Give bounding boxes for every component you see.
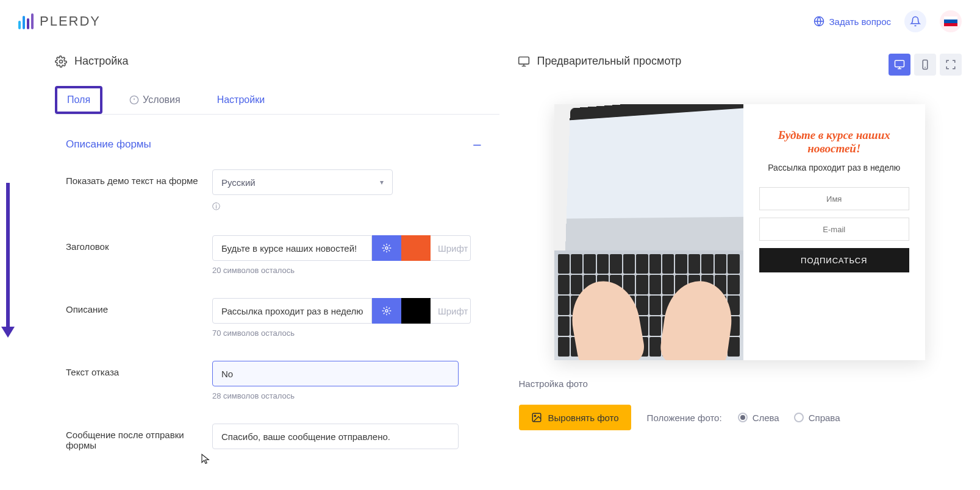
- mobile-icon: [920, 59, 931, 70]
- title-input[interactable]: [212, 235, 372, 261]
- reject-label: Текст отказа: [66, 361, 212, 377]
- svg-rect-5: [518, 57, 529, 64]
- preview-desktop-button[interactable]: [889, 54, 910, 76]
- accordion-form-description[interactable]: Описание формы –: [55, 133, 499, 165]
- svg-rect-6: [895, 60, 904, 67]
- title-color-swatch[interactable]: [401, 235, 431, 261]
- tab-conditions[interactable]: Условия: [120, 86, 190, 114]
- collapse-icon: –: [473, 137, 481, 152]
- svg-point-9: [534, 415, 535, 416]
- language-button[interactable]: [940, 10, 962, 32]
- preview-title: Предварительный просмотр: [537, 55, 682, 68]
- reject-counter: 28 символов осталось: [212, 391, 499, 400]
- preview-fullscreen-button[interactable]: [940, 54, 962, 76]
- gear-icon: [55, 55, 67, 68]
- chevron-down-icon: ▾: [380, 178, 384, 186]
- notifications-button[interactable]: [904, 10, 926, 32]
- title-settings-button[interactable]: [372, 235, 401, 261]
- photo-pos-left[interactable]: Слева: [738, 413, 779, 423]
- svg-point-1: [60, 60, 63, 63]
- ru-flag-icon: [944, 16, 957, 26]
- info-icon: [129, 95, 139, 105]
- expand-icon: [945, 59, 956, 70]
- gear-icon: [382, 306, 392, 316]
- desc-counter: 70 символов осталось: [212, 328, 499, 338]
- demo-text-label: Показать демо текст на форме: [66, 169, 212, 186]
- title-font-select[interactable]: Шрифт: [431, 235, 471, 261]
- radio-icon: [794, 413, 804, 422]
- logo-bars-icon: [18, 13, 34, 29]
- ask-question-label: Задать вопрос: [829, 16, 891, 27]
- cursor-icon: [200, 452, 211, 466]
- settings-title: Настройка: [74, 55, 129, 68]
- popup-desc: Рассылка проходит раз в неделю: [759, 163, 910, 172]
- brand-logo[interactable]: PLERDY: [18, 13, 101, 29]
- title-label: Заголовок: [66, 235, 212, 252]
- photo-settings-title: Настройка фото: [519, 378, 962, 389]
- preview-popup: Будьте в курсе наших новостей! Рассылка …: [554, 104, 926, 360]
- popup-submit-button[interactable]: ПОДПИСАТЬСЯ: [759, 248, 910, 272]
- title-counter: 20 символов осталось: [212, 266, 499, 275]
- preview-image: [554, 104, 743, 360]
- preview-mobile-button[interactable]: [914, 54, 936, 76]
- popup-name-input[interactable]: [759, 187, 910, 210]
- desc-label: Описание: [66, 298, 212, 314]
- desc-font-select[interactable]: Шрифт: [431, 298, 471, 324]
- globe-icon: [814, 16, 824, 27]
- reject-input[interactable]: [212, 361, 459, 386]
- tab-fields[interactable]: Поля: [55, 86, 102, 114]
- popup-email-input[interactable]: [759, 218, 910, 241]
- desktop-icon: [518, 55, 530, 68]
- popup-title: Будьте в курсе наших новостей!: [759, 129, 910, 155]
- desc-settings-button[interactable]: [372, 298, 401, 324]
- svg-point-3: [385, 247, 388, 249]
- photo-position-label: Положение фото:: [647, 413, 722, 423]
- align-photo-button[interactable]: Выровнять фото: [519, 405, 631, 430]
- help-icon[interactable]: ⓘ: [212, 201, 499, 212]
- accordion-title: Описание формы: [66, 138, 151, 151]
- tab-settings[interactable]: Настройки: [207, 86, 274, 114]
- sent-input[interactable]: [212, 424, 459, 449]
- desc-input[interactable]: [212, 298, 372, 324]
- desc-color-swatch[interactable]: [401, 298, 431, 324]
- monitor-icon: [894, 59, 905, 70]
- ask-question-link[interactable]: Задать вопрос: [814, 16, 891, 27]
- annotation-arrow-icon: [6, 183, 10, 329]
- brand-name: PLERDY: [40, 13, 101, 29]
- sent-label: Сообщение после отправки формы: [66, 424, 212, 450]
- gear-icon: [382, 243, 392, 253]
- bell-icon: [910, 16, 921, 27]
- demo-text-value: Русский: [221, 177, 256, 188]
- svg-point-4: [385, 310, 388, 312]
- image-icon: [531, 412, 542, 423]
- demo-text-select[interactable]: Русский ▾: [212, 169, 393, 195]
- photo-pos-right[interactable]: Справа: [794, 413, 840, 423]
- radio-icon: [738, 413, 748, 422]
